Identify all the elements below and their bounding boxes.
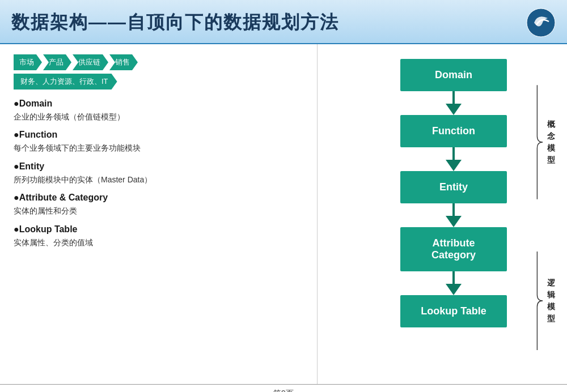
chevron-product: 产品 (43, 54, 71, 70)
arrow-4-line (452, 271, 455, 284)
page-title: 数据架构——自顶向下的数据规划方法 (11, 10, 339, 35)
header: 数据架构——自顶向下的数据规划方法 (0, 0, 567, 44)
desc-domain: 企业的业务领域（价值链模型） (14, 110, 303, 123)
diagram-flow: Domain Function Entity AttributeCategory… (391, 59, 516, 327)
chevron-bar-2: 财务、人力资源、行政、IT (14, 74, 303, 90)
main-content: 市场 产品 供应链 销售 财务、人力资源、行政、IT ●Domain 企业的业务… (0, 44, 567, 384)
arrow-1-head (446, 104, 462, 115)
bullet-entity-label: ●Entity (14, 161, 303, 172)
right-panel: Domain Function Entity AttributeCategory… (318, 44, 567, 384)
chevron-sales: 销售 (109, 54, 138, 70)
chevron-finance: 财务、人力资源、行政、IT (14, 74, 117, 90)
desc-function: 每个业务领域下的主要业务功能模块 (14, 142, 303, 154)
desc-entity: 所列功能模块中的实体（Master Data） (14, 173, 303, 186)
box-attribute: AttributeCategory (400, 227, 507, 271)
chevron-market: 市场 (14, 54, 42, 70)
chevron-supply: 供应链 (73, 54, 108, 70)
bullet-domain-label: ●Domain (14, 99, 303, 109)
arrow-2-line (452, 147, 455, 160)
arrow-3-line (452, 203, 455, 216)
logic-model-label: 逻辑 模型 (546, 277, 557, 325)
page-number: 第9页 (273, 389, 294, 393)
box-function: Function (400, 115, 507, 147)
box-domain: Domain (400, 59, 507, 91)
arrow-1-line (452, 91, 455, 104)
company-logo-icon (526, 8, 556, 37)
concept-brace-icon (536, 60, 544, 224)
concept-model-annotation: 概念 模型 (536, 60, 557, 224)
box-entity: Entity (400, 171, 507, 203)
bullet-function-label: ●Function (14, 130, 303, 140)
chevron-bar-1: 市场 产品 供应链 销售 (14, 54, 303, 70)
arrow-4-head (446, 284, 462, 295)
arrow-3-head (446, 216, 462, 227)
footer: 第9页 (0, 384, 567, 392)
left-panel: 市场 产品 供应链 销售 财务、人力资源、行政、IT ●Domain 企业的业务… (0, 44, 318, 384)
desc-attribute: 实体的属性和分类 (14, 204, 303, 217)
arrow-2-head (446, 160, 462, 171)
logic-model-annotation: 逻辑 模型 (536, 230, 557, 372)
box-lookup: Lookup Table (400, 295, 507, 327)
bullet-lookup-label: ●Lookup Table (14, 224, 303, 235)
logic-brace-icon (536, 230, 544, 372)
bullet-attribute-label: ●Attribute & Category (14, 193, 303, 203)
desc-lookup: 实体属性、分类的值域 (14, 236, 303, 249)
concept-model-label: 概念 模型 (546, 118, 557, 166)
